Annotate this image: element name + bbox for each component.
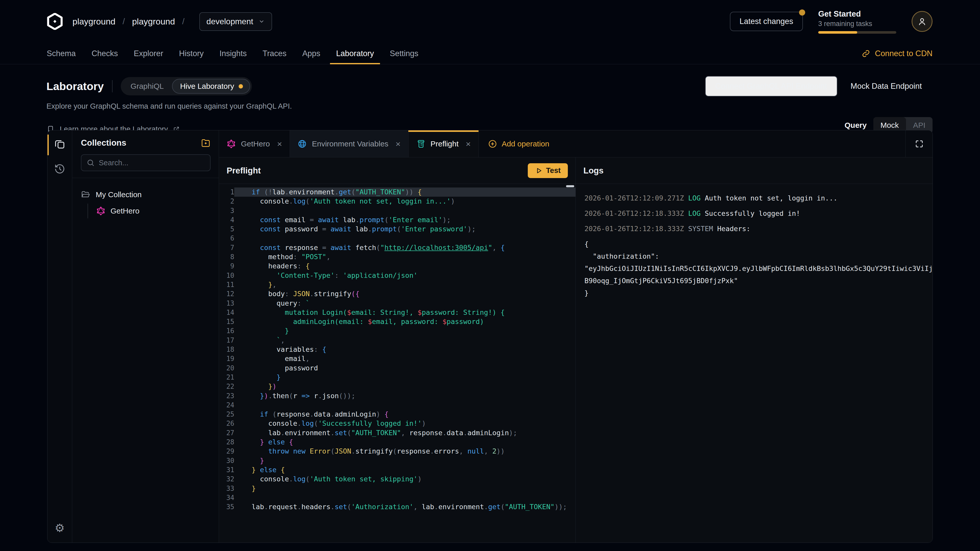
fullscreen-button[interactable] — [905, 130, 932, 157]
link-icon — [862, 49, 870, 58]
code-line-18: 18 variables: { — [219, 345, 576, 354]
code-content — [234, 233, 251, 243]
tab-bar: GetHero×Environment Variables×Preflight×… — [219, 130, 932, 157]
gear-icon[interactable]: ⚙ — [54, 522, 65, 534]
collections-title: Collections — [81, 138, 126, 148]
tab-gethero[interactable]: GetHero× — [219, 130, 290, 157]
nav-tab-history[interactable]: History — [171, 43, 212, 64]
code-line-6: 6 — [219, 233, 576, 243]
close-icon[interactable]: × — [277, 140, 282, 148]
collections-icon[interactable] — [54, 138, 65, 150]
line-number: 23 — [219, 391, 234, 400]
line-number: 22 — [219, 382, 234, 391]
hive-logo-icon[interactable] — [46, 13, 63, 30]
latest-changes-label: Latest changes — [740, 17, 793, 26]
code-line-12: 12 body: JSON.stringify({ — [219, 289, 576, 299]
search-icon — [86, 159, 95, 167]
collections-panel: Collections My CollectionGetHero — [72, 130, 219, 543]
nav-tab-traces[interactable]: Traces — [255, 43, 294, 64]
close-icon[interactable]: × — [466, 140, 471, 148]
logs-title: Logs — [584, 166, 604, 176]
line-number: 31 — [219, 465, 234, 475]
globe-icon — [298, 139, 307, 148]
log-raw-line: "eyJhbGciOiJIUzI1NiIsInR5cCI6IkpXVCJ9.ey… — [584, 262, 932, 275]
connect-to-cdn-button[interactable]: Connect to CDN — [862, 43, 932, 64]
code-content: adminLogin(email: $email, password: $pas… — [234, 317, 484, 326]
user-icon — [917, 16, 928, 27]
toggle-hive-laboratory[interactable]: Hive Laboratory — [172, 79, 250, 94]
code-content: password — [234, 364, 318, 373]
operation-gethero[interactable]: GetHero — [96, 203, 210, 218]
code-line-17: 17 `, — [219, 336, 576, 345]
history-icon[interactable] — [54, 163, 65, 175]
line-number: 24 — [219, 400, 234, 410]
code-editor[interactable]: 1if (!lab.environment.get("AUTH_TOKEN"))… — [219, 184, 576, 543]
test-button[interactable]: Test — [528, 163, 568, 178]
line-number: 21 — [219, 373, 234, 382]
code-content: 'Content-Type': 'application/json' — [234, 271, 417, 280]
code-line-26: 26 console.log('Successfully logged in!'… — [219, 419, 576, 428]
code-content: } — [234, 456, 264, 465]
folder-plus-icon[interactable] — [201, 138, 210, 148]
code-content — [234, 400, 251, 410]
close-icon[interactable]: × — [396, 140, 401, 148]
tab-preflight[interactable]: Preflight× — [409, 130, 479, 157]
line-number: 28 — [219, 437, 234, 447]
nav-tab-explorer[interactable]: Explorer — [126, 43, 171, 64]
breadcrumb-org[interactable]: playground — [73, 17, 115, 27]
search-box — [81, 154, 210, 171]
collection-label: My Collection — [96, 190, 142, 199]
add-operation-button[interactable]: Add operation — [479, 130, 558, 157]
mock-data-endpoint-button[interactable]: Mock Data Endpoint — [840, 76, 932, 97]
code-content: } else { — [234, 437, 293, 447]
log-raw-line: { — [584, 238, 932, 250]
editor-scrollbar-thumb[interactable] — [566, 185, 574, 187]
connect-to-cdn-label: Connect to CDN — [875, 49, 932, 58]
laboratory-panel: ⚙ Collections My CollectionGetHero G — [47, 130, 933, 543]
code-content: lab.environment.set("AUTH_TOKEN", respon… — [234, 428, 517, 437]
log-entry: 2026-01-26T12:12:09.271Z LOG Auth token … — [584, 192, 932, 204]
code-line-24: 24 — [219, 400, 576, 410]
code-line-5: 5 const password = await lab.prompt('Ent… — [219, 224, 576, 233]
code-content: variables: { — [234, 345, 326, 354]
main-nav: SchemaChecksExplorerHistoryInsightsTrace… — [0, 43, 980, 64]
code-content: const password = await lab.prompt('Enter… — [234, 224, 476, 233]
get-started-widget[interactable]: Get Started 3 remaining tasks — [818, 10, 896, 34]
toggle-graphiql[interactable]: GraphiQL — [123, 79, 172, 94]
progress-fill — [818, 31, 857, 34]
connect-graphql-api-endpoint-button[interactable]: Connect GraphQL API Endpoint — [705, 76, 837, 97]
code-line-9: 9 headers: { — [219, 262, 576, 271]
search-input[interactable] — [99, 159, 205, 167]
log-raw-line: "authorization": — [584, 250, 932, 262]
tab-environment-variables[interactable]: Environment Variables× — [290, 130, 408, 157]
active-rail-indicator — [48, 135, 49, 156]
code-line-14: 14 mutation Login($email: String!, $pass… — [219, 308, 576, 317]
graphql-icon — [96, 206, 105, 216]
breadcrumb-project[interactable]: playground — [132, 17, 175, 27]
collection-my-collection[interactable]: My Collection — [81, 188, 210, 202]
nav-tab-insights[interactable]: Insights — [212, 43, 255, 64]
code-content: console.log('Successfully logged in!') — [234, 419, 426, 428]
nav-tab-apps[interactable]: Apps — [294, 43, 328, 64]
code-line-28: 28 } else { — [219, 437, 576, 447]
target-select[interactable]: development — [199, 12, 272, 31]
log-entry: 2026-01-26T12:12:18.333Z SYSTEM Headers: — [584, 223, 932, 235]
code-line-1: 1if (!lab.environment.get("AUTH_TOKEN"))… — [219, 187, 576, 197]
line-number: 12 — [219, 289, 234, 299]
nav-tab-laboratory[interactable]: Laboratory — [328, 43, 382, 64]
line-number: 19 — [219, 354, 234, 363]
code-content: console.log('Auth token set, skipping') — [234, 475, 422, 484]
line-number: 14 — [219, 308, 234, 317]
breadcrumb: playground / playground / development — [73, 12, 272, 31]
code-line-34: 34 — [219, 493, 576, 502]
nav-tab-settings[interactable]: Settings — [382, 43, 426, 64]
latest-changes-button[interactable]: Latest changes — [730, 12, 803, 31]
code-content: `, — [234, 336, 285, 345]
nav-tab-checks[interactable]: Checks — [84, 43, 126, 64]
avatar[interactable] — [912, 11, 932, 32]
line-number: 16 — [219, 326, 234, 335]
tab-label: Environment Variables — [312, 140, 388, 148]
code-content: const response = await fetch("http://loc… — [234, 243, 505, 252]
connect-endpoint-label: Connect GraphQL API Endpoint — [715, 82, 827, 91]
nav-tab-schema[interactable]: Schema — [39, 43, 84, 64]
